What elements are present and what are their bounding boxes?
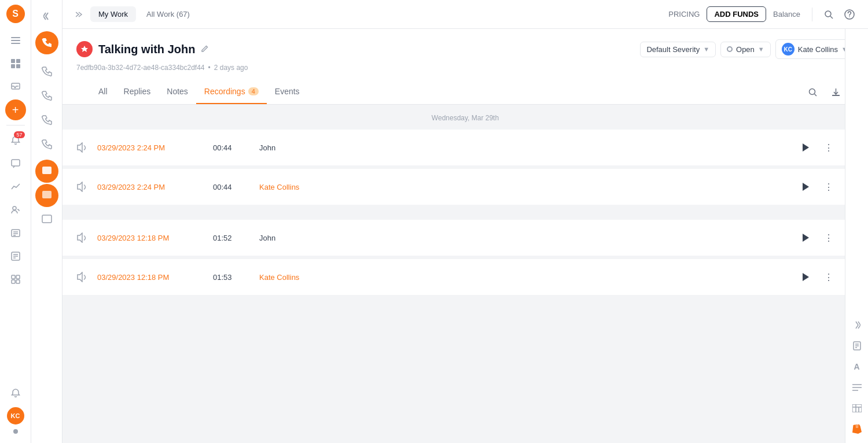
svg-rect-33 — [832, 95, 840, 96]
rail-bell-icon[interactable] — [5, 383, 26, 404]
speaker-icon-4 — [76, 272, 97, 282]
svg-rect-2 — [11, 43, 20, 44]
ticket-title-row: Talking with John Default Severity ▼ — [76, 39, 854, 59]
phone-chat-3[interactable] — [35, 208, 58, 231]
phone-chat-2[interactable] — [35, 184, 58, 207]
recording-duration-4: 01:53 — [213, 273, 259, 282]
rail-inbox-icon[interactable] — [5, 76, 26, 97]
rail-log-icon[interactable] — [5, 246, 26, 267]
recording-row[interactable]: 03/29/2023 2:24 PM 00:44 John ⋮ — [62, 129, 868, 166]
recording-duration-1: 00:44 — [213, 143, 259, 152]
play-btn-4[interactable] — [794, 268, 817, 286]
right-shopify-icon[interactable] — [848, 420, 866, 438]
ticket-time: 2 days ago — [214, 64, 248, 72]
rail-grid-icon[interactable] — [5, 269, 26, 290]
phone-call-1[interactable] — [35, 60, 58, 83]
ticket-id: 7edfb90a-3b32-4d72-ae48-ca334bc2df44 — [76, 64, 205, 72]
severity-select[interactable]: Default Severity ▼ — [640, 42, 716, 57]
more-btn-3[interactable]: ⋮ — [819, 228, 838, 247]
recording-date-2[interactable]: 03/29/2023 2:24 PM — [97, 183, 213, 191]
phone-call-4[interactable] — [35, 133, 58, 156]
tabs-row: All Replies Notes Recordings 4 Events — [76, 80, 854, 104]
play-icon-2[interactable] — [796, 178, 815, 196]
search-recordings-btn[interactable] — [803, 83, 822, 101]
right-table-icon[interactable] — [848, 399, 866, 418]
phone-active-icon[interactable] — [35, 31, 58, 54]
phone-call-2[interactable] — [35, 84, 58, 108]
svg-marker-39 — [803, 234, 809, 242]
download-recordings-btn[interactable] — [826, 83, 845, 101]
right-sidebar: A — [845, 29, 868, 443]
svg-rect-49 — [852, 404, 862, 412]
rail-analytics-icon[interactable] — [5, 176, 26, 197]
recording-date-1[interactable]: 03/29/2023 2:24 PM — [97, 143, 213, 152]
svg-line-31 — [814, 94, 816, 96]
rail-notifications-icon[interactable]: 57 — [5, 130, 26, 151]
phone-chat-1[interactable] — [35, 160, 58, 183]
speaker-icon-1 — [76, 142, 97, 153]
play-icon-4[interactable] — [796, 268, 815, 286]
svg-marker-36 — [78, 182, 82, 191]
recording-date-3[interactable]: 03/29/2023 12:18 PM — [97, 234, 213, 242]
rail-expand-btn[interactable] — [5, 30, 26, 51]
svg-marker-34 — [78, 143, 82, 152]
recording-date-4[interactable]: 03/29/2023 12:18 PM — [97, 273, 213, 282]
add-funds-button[interactable]: ADD FUNDS — [707, 6, 766, 22]
right-doc-icon[interactable] — [848, 337, 866, 355]
nav-expand-btn[interactable] — [72, 6, 88, 23]
more-btn-1[interactable]: ⋮ — [819, 138, 838, 157]
tab-replies[interactable]: Replies — [116, 80, 159, 104]
rail-list-icon[interactable] — [5, 223, 26, 243]
top-nav: My Work All Work (67) PRICING ADD FUNDS … — [62, 0, 868, 29]
recording-row[interactable]: 03/29/2023 12:18 PM 01:53 Kate Collins ⋮ — [62, 259, 868, 296]
ticket-panel: Talking with John Default Severity ▼ — [62, 29, 868, 443]
sidebar-toggle-btn[interactable] — [35, 5, 58, 28]
svg-rect-20 — [12, 280, 15, 283]
svg-rect-18 — [12, 275, 15, 279]
recording-name-2: Kate Collins — [259, 183, 794, 191]
edit-title-icon[interactable] — [201, 45, 209, 54]
play-btn-1[interactable] — [794, 138, 817, 157]
nav-search-icon[interactable] — [819, 5, 838, 24]
nav-pricing-link[interactable]: PRICING — [668, 10, 700, 19]
rail-divider-1 — [6, 125, 25, 125]
tab-notes[interactable]: Notes — [159, 80, 196, 104]
recording-duration-3: 01:52 — [213, 234, 259, 242]
svg-rect-19 — [16, 275, 20, 279]
svg-point-26 — [825, 11, 831, 17]
more-btn-4[interactable]: ⋮ — [819, 268, 838, 286]
tab-events[interactable]: Events — [267, 80, 308, 104]
more-btn-2[interactable]: ⋮ — [819, 178, 838, 196]
right-lines-icon[interactable] — [848, 378, 866, 397]
ticket-content: Wednesday, Mar 29th 03/29/2023 2:24 PM 0… — [62, 105, 868, 443]
play-btn-3[interactable] — [794, 228, 817, 247]
right-collapse-btn[interactable] — [848, 316, 866, 334]
recording-row[interactable]: 03/29/2023 2:24 PM 00:44 Kate Collins ⋮ — [62, 168, 868, 205]
ticket-title: Talking with John — [98, 43, 195, 56]
rail-add-btn[interactable]: + — [5, 99, 26, 120]
right-text-icon[interactable]: A — [848, 357, 866, 376]
rail-chat-icon[interactable] — [5, 153, 26, 174]
status-indicator — [13, 429, 18, 434]
recording-row[interactable]: 03/29/2023 12:18 PM 01:52 John ⋮ — [62, 219, 868, 256]
user-avatar[interactable]: KC — [7, 407, 24, 424]
tab-recordings[interactable]: Recordings 4 — [196, 80, 267, 104]
svg-rect-22 — [42, 167, 52, 174]
ticket-title-left: Talking with John — [76, 41, 209, 57]
app-logo[interactable]: S — [6, 5, 25, 23]
play-icon-3[interactable] — [796, 228, 815, 247]
status-select[interactable]: Open ▼ — [720, 42, 771, 57]
nav-help-icon[interactable] — [840, 5, 859, 24]
tab-all[interactable]: All — [90, 80, 116, 104]
nav-tab-my-work[interactable]: My Work — [90, 6, 136, 22]
phone-call-3[interactable] — [35, 109, 58, 132]
severity-label: Default Severity — [646, 45, 700, 54]
rail-dashboard-icon[interactable] — [5, 53, 26, 74]
recording-duration-2: 00:44 — [213, 183, 259, 191]
rail-bottom: KC — [5, 383, 26, 438]
rail-people-icon[interactable] — [5, 200, 26, 220]
nav-tab-all-work[interactable]: All Work (67) — [138, 6, 198, 22]
play-btn-2[interactable] — [794, 178, 817, 196]
play-icon-1[interactable] — [796, 138, 815, 157]
assignee-select[interactable]: KC Kate Collins ▼ — [775, 39, 854, 59]
